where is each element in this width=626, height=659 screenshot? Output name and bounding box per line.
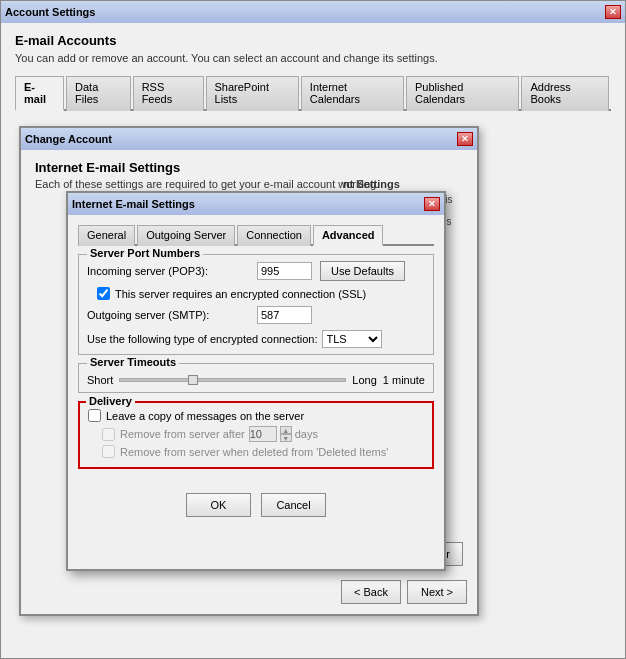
cancel-button[interactable]: Cancel bbox=[261, 493, 326, 517]
change-account-titlebar: Change Account ✕ bbox=[21, 128, 477, 150]
account-settings-window: Account Settings ✕ E-mail Accounts You c… bbox=[0, 0, 626, 659]
remove-when-deleted-checkbox[interactable] bbox=[102, 445, 115, 458]
leave-on-server-checkbox[interactable] bbox=[88, 409, 101, 422]
tab-email[interactable]: E-mail bbox=[15, 76, 64, 111]
timeout-slider-thumb[interactable] bbox=[188, 375, 198, 385]
close-icon[interactable]: ✕ bbox=[605, 5, 621, 19]
internet-email-title: Internet E-mail Settings bbox=[35, 160, 463, 175]
account-settings-content: E-mail Accounts You can add or remove an… bbox=[1, 23, 625, 121]
inner-dialog-content: General Outgoing Server Connection Advan… bbox=[68, 215, 444, 485]
encryption-select[interactable]: TLS SSL None bbox=[322, 330, 382, 348]
account-settings-titlebar: Account Settings ✕ bbox=[1, 1, 625, 23]
change-account-close-icon[interactable]: ✕ bbox=[457, 132, 473, 146]
tab-advanced[interactable]: Advanced bbox=[313, 225, 384, 246]
tab-general[interactable]: General bbox=[78, 225, 135, 246]
encryption-row: Use the following type of encrypted conn… bbox=[87, 330, 425, 348]
ssl-checkbox[interactable] bbox=[97, 287, 110, 300]
days-label: days bbox=[295, 428, 318, 440]
inner-dialog-titlebar: Internet E-mail Settings ✕ bbox=[68, 193, 444, 215]
leave-on-server-label: Leave a copy of messages on the server bbox=[106, 410, 304, 422]
leave-on-server-row: Leave a copy of messages on the server bbox=[88, 409, 424, 422]
use-defaults-button[interactable]: Use Defaults bbox=[320, 261, 405, 281]
account-tabs: E-mail Data Files RSS Feeds SharePoint L… bbox=[15, 74, 611, 111]
back-button[interactable]: < Back bbox=[341, 580, 401, 604]
server-port-label: Server Port Numbers bbox=[87, 247, 203, 259]
ssl-label: This server requires an encrypted connec… bbox=[115, 288, 366, 300]
inner-dialog-buttons: OK Cancel bbox=[68, 485, 444, 525]
email-accounts-title: E-mail Accounts bbox=[15, 33, 611, 48]
delivery-label: Delivery bbox=[86, 395, 135, 407]
incoming-server-label: Incoming server (POP3): bbox=[87, 265, 257, 277]
email-accounts-desc: You can add or remove an account. You ca… bbox=[15, 52, 611, 64]
timeout-value: 1 minute bbox=[383, 374, 425, 386]
server-timeouts-group: Server Timeouts Short Long 1 minute bbox=[78, 363, 434, 393]
tab-internet-cal[interactable]: Internet Calendars bbox=[301, 76, 404, 111]
right-panel-nt-settings: nt Settings bbox=[343, 178, 463, 190]
inner-dialog-close-icon[interactable]: ✕ bbox=[424, 197, 440, 211]
remove-after-row: Remove from server after ▲ ▼ days bbox=[102, 426, 424, 442]
remove-after-days-input[interactable] bbox=[249, 426, 277, 442]
remove-after-checkbox[interactable] bbox=[102, 428, 115, 441]
inner-dialog-title: Internet E-mail Settings bbox=[72, 198, 195, 210]
server-port-group: Server Port Numbers Incoming server (POP… bbox=[78, 254, 434, 355]
tab-address-books[interactable]: Address Books bbox=[521, 76, 609, 111]
tab-published-cal[interactable]: Published Calendars bbox=[406, 76, 519, 111]
tab-data-files[interactable]: Data Files bbox=[66, 76, 131, 111]
delivery-group: Delivery Leave a copy of messages on the… bbox=[78, 401, 434, 469]
outgoing-server-input[interactable] bbox=[257, 306, 312, 324]
remove-when-deleted-label: Remove from server when deleted from 'De… bbox=[120, 446, 388, 458]
outgoing-server-label: Outgoing server (SMTP): bbox=[87, 309, 257, 321]
ssl-checkbox-row: This server requires an encrypted connec… bbox=[97, 287, 425, 300]
tab-rss-feeds[interactable]: RSS Feeds bbox=[133, 76, 204, 111]
spinner-down-icon[interactable]: ▼ bbox=[280, 434, 292, 442]
change-account-title: Change Account bbox=[25, 133, 112, 145]
change-account-nav-buttons: < Back Next > bbox=[341, 580, 467, 604]
ok-button[interactable]: OK bbox=[186, 493, 251, 517]
outgoing-server-row: Outgoing server (SMTP): bbox=[87, 306, 425, 324]
server-timeouts-label: Server Timeouts bbox=[87, 356, 179, 368]
remove-when-deleted-row: Remove from server when deleted from 'De… bbox=[102, 445, 424, 458]
short-label: Short bbox=[87, 374, 113, 386]
tab-sharepoint[interactable]: SharePoint Lists bbox=[206, 76, 299, 111]
inner-tabs: General Outgoing Server Connection Advan… bbox=[78, 223, 434, 246]
tab-outgoing-server[interactable]: Outgoing Server bbox=[137, 225, 235, 246]
incoming-server-input[interactable] bbox=[257, 262, 312, 280]
account-settings-title: Account Settings bbox=[5, 6, 95, 18]
remove-after-label: Remove from server after bbox=[120, 428, 245, 440]
encryption-label: Use the following type of encrypted conn… bbox=[87, 333, 318, 345]
long-label: Long bbox=[352, 374, 376, 386]
incoming-server-row: Incoming server (POP3): Use Defaults bbox=[87, 261, 425, 281]
inner-email-settings-dialog: Internet E-mail Settings ✕ General Outgo… bbox=[66, 191, 446, 571]
spinner-up-icon[interactable]: ▲ bbox=[280, 426, 292, 434]
next-button[interactable]: Next > bbox=[407, 580, 467, 604]
days-spinner: ▲ ▼ bbox=[280, 426, 292, 442]
timeout-slider-track[interactable] bbox=[119, 378, 346, 382]
timeout-slider-row: Short Long 1 minute bbox=[87, 374, 425, 386]
tab-connection[interactable]: Connection bbox=[237, 225, 311, 246]
